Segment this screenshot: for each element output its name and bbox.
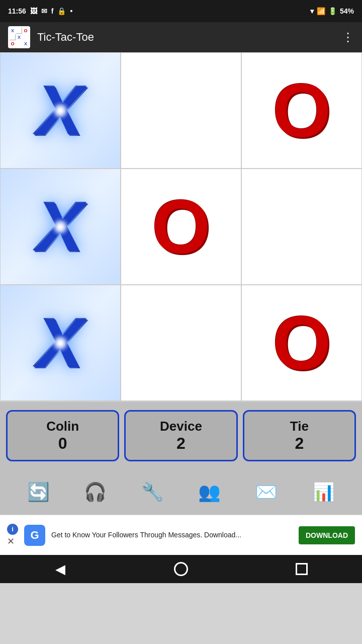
- score-colin: Colin 0: [6, 410, 119, 461]
- dot-icon: •: [70, 7, 72, 15]
- score-value-device: 2: [176, 434, 186, 453]
- icon-cell: X: [10, 28, 16, 34]
- back-icon: ◀: [55, 561, 65, 577]
- score-name-colin: Colin: [46, 419, 79, 434]
- score-name-tie: Tie: [290, 419, 309, 434]
- status-right: ▾ 📶 🔋 54%: [310, 7, 354, 15]
- nav-back-button[interactable]: ◀: [45, 559, 75, 579]
- players-icon: 👥: [198, 481, 221, 503]
- battery-icon: 🔋: [328, 7, 337, 15]
- status-time: 11:56: [8, 7, 26, 15]
- nav-bar: ◀: [0, 555, 362, 583]
- icon-cell: X: [16, 34, 22, 40]
- ad-info-icon: i: [7, 524, 18, 535]
- nav-home-button[interactable]: [166, 559, 196, 579]
- cell-0[interactable]: X: [0, 52, 121, 169]
- cell-8[interactable]: O: [241, 285, 362, 401]
- x-mark: X: [1, 169, 120, 284]
- icon-cell: [23, 34, 29, 40]
- menu-button[interactable]: ⋮: [342, 30, 354, 44]
- icon-cell: X: [23, 41, 29, 47]
- settings-button[interactable]: 🔧: [135, 474, 170, 510]
- home-icon: [174, 562, 188, 576]
- x-mark: X: [1, 53, 120, 168]
- battery-percent: 54%: [340, 7, 354, 15]
- ad-banner: i ✕ G Get to Know Your Followers Through…: [0, 515, 362, 555]
- players-button[interactable]: 👥: [192, 474, 227, 510]
- icon-cell: O: [23, 28, 29, 34]
- ad-close-button[interactable]: ✕: [7, 536, 15, 547]
- nav-recent-button[interactable]: [287, 559, 317, 579]
- status-bar: 11:56 🖼 ✉ f 🔒 • ▾ 📶 🔋 54%: [0, 0, 362, 22]
- game-board: X O X O X O: [0, 52, 362, 402]
- x-mark: X: [1, 285, 120, 400]
- refresh-button[interactable]: 🔄: [21, 474, 56, 510]
- icon-cell: [16, 28, 22, 34]
- bottom-toolbar: 🔄 🎧 🔧 👥 ✉️ 📊: [0, 469, 362, 515]
- score-tie: Tie 2: [243, 410, 356, 461]
- app-title: Tic-Tac-Toe: [37, 31, 342, 44]
- app-icon: X O X O X: [8, 26, 30, 48]
- lock-icon: 🔒: [57, 7, 66, 15]
- status-left: 11:56 🖼 ✉ f 🔒 •: [8, 7, 72, 15]
- wifi-icon: ▾: [310, 7, 314, 15]
- fb-icon: f: [51, 7, 54, 15]
- o-mark: O: [273, 305, 331, 381]
- score-value-tie: 2: [295, 434, 304, 453]
- audio-icon: 🎧: [84, 481, 107, 503]
- ad-logo: G: [24, 525, 45, 546]
- score-value-colin: 0: [58, 434, 67, 453]
- o-mark: O: [273, 73, 331, 148]
- cell-1[interactable]: [121, 52, 241, 169]
- cell-7[interactable]: [121, 285, 241, 401]
- sparkle: [50, 217, 70, 237]
- ad-text: Get to Know Your Followers Through Messa…: [51, 530, 293, 540]
- cell-2[interactable]: O: [241, 52, 362, 169]
- icon-cell: O: [10, 41, 16, 47]
- o-mark: O: [152, 189, 211, 265]
- recent-icon: [296, 563, 308, 575]
- score-name-device: Device: [160, 419, 202, 434]
- sparkle: [50, 101, 70, 121]
- score-section: Colin 0 Device 2 Tie 2: [0, 402, 362, 469]
- email-icon: ✉️: [255, 481, 278, 503]
- app-bar: X O X O X Tic-Tac-Toe ⋮: [0, 22, 362, 52]
- email-icon: ✉: [41, 7, 47, 15]
- cell-4[interactable]: O: [121, 169, 241, 285]
- cell-3[interactable]: X: [0, 169, 121, 285]
- notification-icon: 🖼: [30, 7, 37, 15]
- icon-cell: [16, 41, 22, 47]
- chart-button[interactable]: 📊: [306, 474, 341, 510]
- ad-download-button[interactable]: DOWNLOAD: [299, 526, 355, 544]
- cell-6[interactable]: X: [0, 285, 121, 401]
- settings-icon: 🔧: [141, 481, 164, 503]
- signal-icon: 📶: [317, 7, 325, 15]
- score-device: Device 2: [124, 410, 237, 461]
- cell-5[interactable]: [241, 169, 362, 285]
- chart-icon: 📊: [312, 481, 335, 503]
- audio-button[interactable]: 🎧: [78, 474, 113, 510]
- refresh-icon: 🔄: [27, 481, 50, 503]
- email-button[interactable]: ✉️: [249, 474, 284, 510]
- icon-cell: [10, 34, 16, 40]
- sparkle: [50, 333, 70, 353]
